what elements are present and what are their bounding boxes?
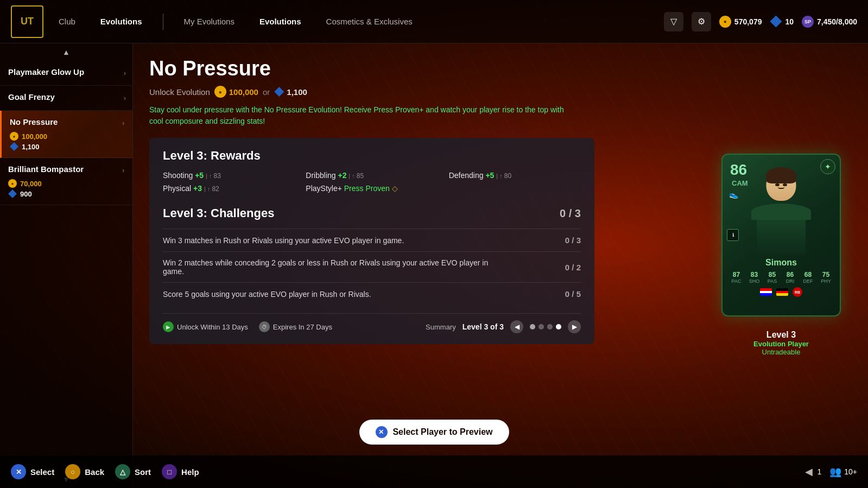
card-level-text: Level 3 [753, 330, 809, 340]
flag-germany [776, 288, 788, 296]
card-stat-sho: 83 SHO [746, 271, 763, 284]
nav-club[interactable]: Club [54, 15, 80, 28]
unlock-coin-icon: ● [214, 86, 226, 98]
player-hair [766, 167, 796, 183]
nav-cosmetics[interactable]: Cosmetics & Exclusives [322, 15, 417, 28]
card-flags: RB [760, 287, 802, 297]
back-control-btn[interactable]: ○ Back [65, 464, 104, 479]
challenge-row-2: Win 2 matches while conceding 2 goals or… [163, 251, 581, 282]
level-next-arrow[interactable]: ▶ [568, 320, 581, 333]
x-button-icon: ✕ [11, 464, 26, 479]
sidebar: ▲ Playmaker Glow Up › Goal Frenzy › No P… [0, 43, 133, 488]
shooting-label: Shooting [163, 171, 193, 180]
rewards-panel: Level 3: Rewards Shooting +5 | ↑ 83 Drib… [149, 138, 594, 344]
dots-row [530, 324, 561, 329]
sidebar-chevron-goalfrenzy: › [124, 94, 126, 102]
select-player-label: Select Player to Preview [392, 427, 492, 437]
bottom-controls: ✕ Select ○ Back △ Sort □ Help ◀ 1 👥 10+ [0, 455, 868, 488]
playstyle-label: PlayStyle+ [306, 184, 342, 193]
bompastor-coin-icon: ● [8, 179, 17, 188]
card-club-emblem: RB [793, 287, 802, 297]
sidebar-item-goalfrenzy-name: Goal Frenzy [8, 92, 124, 102]
bompastor-points-icon [8, 189, 17, 198]
unlock-coins: 100,000 [229, 87, 258, 97]
flag-netherlands [760, 288, 772, 296]
coins-display: ● 570,079 [719, 16, 762, 28]
users-icon: 👥 [829, 466, 841, 478]
sidebar-up-arrow[interactable]: ▲ [0, 43, 132, 61]
triangle-button-icon: △ [115, 464, 130, 479]
pas-label: PAS [768, 278, 777, 284]
challenge-row-3: Score 5 goals using your active EVO play… [163, 282, 581, 305]
reward-playstyle: PlayStyle+ Press Proven ◇ [306, 184, 438, 193]
card-untradeable-label: Untradeable [753, 348, 809, 356]
select-btn-x-icon: ✕ [375, 426, 387, 438]
physical-cap: 82 [212, 185, 219, 193]
nopressure-coin-icon: ● [10, 132, 18, 141]
sidebar-item-playmaker-name: Playmaker Glow Up [8, 67, 124, 77]
card-player-image [738, 163, 825, 255]
sidebar-item-bompastor[interactable]: Brilliant Bompastor › ● 70,000 900 [0, 158, 132, 205]
unlock-points: 1,100 [287, 87, 307, 97]
filter-icon[interactable]: ▽ [664, 12, 683, 31]
dot-2 [538, 324, 544, 329]
card-stat-pac: 87 PAC [728, 271, 745, 284]
nav-divider [163, 14, 163, 30]
evolution-title: No Pressure [149, 57, 678, 80]
rewards-title: Level 3: Rewards [163, 149, 581, 163]
footer-bar: ▶ Unlock Within 13 Days ⏱ Expires In 27 … [163, 313, 581, 333]
footer-right: Summary Level 3 of 3 ◀ ▶ [426, 320, 581, 333]
rewards-grid: Shooting +5 | ↑ 83 Dribbling +2 | ↑ 85 D… [163, 171, 581, 193]
card-player-name: Simons [765, 258, 797, 268]
nav-evolutions[interactable]: Evolutions [96, 15, 147, 28]
level-indicator: Level 3 of 3 [462, 322, 504, 331]
def-label: DEF [803, 278, 813, 284]
challenge-3-score: 0 / 5 [548, 289, 581, 299]
level-prev-arrow[interactable]: ◀ [510, 320, 523, 333]
footer-left: ▶ Unlock Within 13 Days ⏱ Expires In 27 … [163, 321, 332, 332]
sp-amount: 7,450/8,000 [817, 17, 857, 26]
sort-control-btn[interactable]: △ Sort [115, 464, 151, 479]
users-count: 10+ [844, 467, 857, 476]
defending-plus: +5 [485, 171, 494, 180]
control-left: ✕ Select ○ Back △ Sort □ Help [11, 464, 199, 479]
sp-display: SP 7,450/8,000 [802, 16, 857, 28]
defending-cap: 80 [504, 172, 511, 180]
expires-icon: ⏱ [259, 321, 270, 332]
reward-physical: Physical +3 | ↑ 82 [163, 184, 295, 193]
challenges-total: 0 / 3 [560, 207, 581, 220]
card-stat-dri: 86 DRI [782, 271, 799, 284]
cost-points-display: 1,100 [274, 87, 307, 97]
left-arrow-icon: ◀ [805, 466, 813, 478]
dribbling-cap: 85 [357, 172, 364, 180]
select-control-label: Select [30, 467, 54, 477]
playstyle-icon: ◇ [392, 184, 398, 193]
sidebar-item-nopressure-costs: ● 100,000 1,100 [10, 132, 124, 151]
card-stat-phy: 75 PHY [818, 271, 834, 284]
coins-amount: 570,079 [734, 17, 762, 26]
player-card: ✦ 86 CAM 👟 ℹ [721, 154, 841, 316]
select-player-button[interactable]: ✕ Select Player to Preview [359, 420, 509, 445]
physical-label: Physical [163, 184, 191, 193]
dribbling-label: Dribbling [306, 171, 335, 180]
sidebar-item-playmaker[interactable]: Playmaker Glow Up › [0, 61, 132, 86]
points-icon [770, 16, 782, 28]
ut-logo[interactable]: UT [11, 5, 43, 38]
sidebar-item-nopressure[interactable]: No Pressure › ● 100,000 1,100 [0, 111, 132, 158]
sidebar-item-goalfrenzy[interactable]: Goal Frenzy › [0, 86, 132, 111]
users-display: 👥 10+ [829, 466, 857, 478]
control-right: ◀ 1 👥 10+ [805, 466, 857, 478]
nav-my-evolutions[interactable]: My Evolutions [180, 15, 239, 28]
nav-evolutions-tab[interactable]: Evolutions [255, 15, 306, 28]
dot-1 [530, 324, 535, 329]
unlock-within-text: Unlock Within 13 Days [177, 323, 248, 331]
challenge-1-score: 0 / 3 [548, 236, 581, 245]
select-control-btn[interactable]: ✕ Select [11, 464, 54, 479]
nopressure-points: 1,100 [22, 143, 40, 151]
card-info-button[interactable]: ℹ [727, 229, 739, 241]
points-display: 10 [770, 16, 794, 28]
settings-icon[interactable]: ⚙ [692, 12, 711, 31]
unlock-within-icon: ▶ [163, 321, 174, 332]
help-control-btn[interactable]: □ Help [162, 464, 199, 479]
expires-text: Expires In 27 Days [273, 323, 332, 331]
